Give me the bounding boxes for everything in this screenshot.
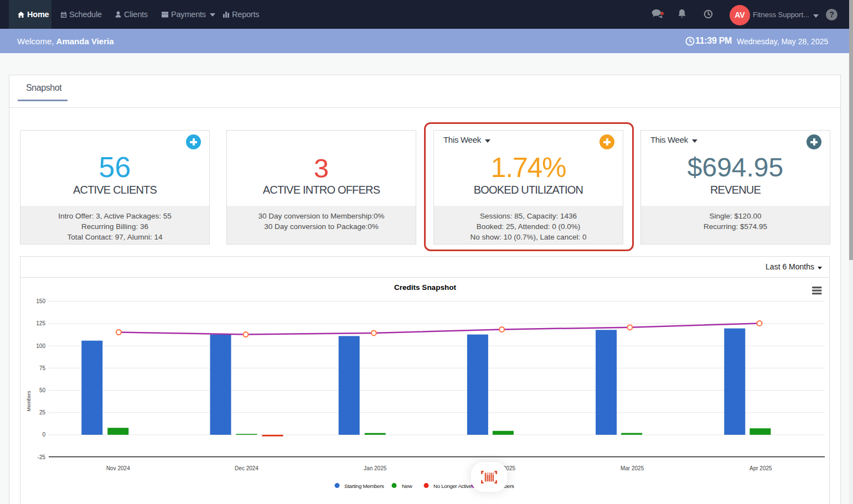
svg-text:Nov 2024: Nov 2024 — [106, 465, 130, 471]
svg-text:125: 125 — [36, 320, 45, 326]
svg-text:New: New — [402, 483, 413, 489]
svg-text:Members: Members — [26, 391, 32, 412]
svg-text:Dec 2024: Dec 2024 — [235, 465, 259, 471]
svg-text:75: 75 — [39, 365, 46, 371]
svg-text:25: 25 — [39, 409, 46, 415]
svg-text:Mar 2025: Mar 2025 — [621, 465, 644, 471]
svg-text:100: 100 — [36, 343, 45, 349]
svg-text:50: 50 — [39, 387, 46, 393]
svg-text:Credits Snapshot: Credits Snapshot — [394, 283, 456, 292]
svg-text:-25: -25 — [38, 454, 46, 460]
svg-text:0: 0 — [42, 432, 45, 438]
svg-text:Jan 2025: Jan 2025 — [364, 465, 387, 471]
svg-text:No Longer Active: No Longer Active — [433, 483, 472, 489]
svg-text:Starting Members: Starting Members — [344, 483, 384, 489]
svg-text:Apr 2025: Apr 2025 — [749, 465, 772, 471]
svg-text:150: 150 — [36, 298, 45, 304]
